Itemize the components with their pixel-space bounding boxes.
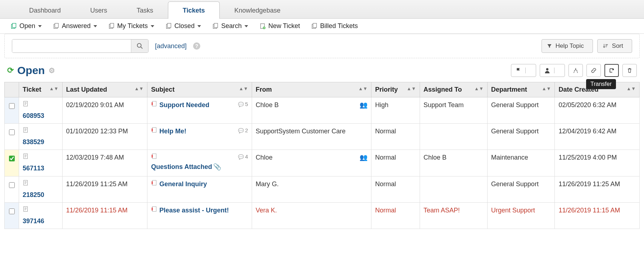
ticket-number-link[interactable]: 838529 — [23, 136, 59, 147]
link-button[interactable] — [586, 64, 601, 77]
cell-updated: 01/10/2020 12:33 PM — [62, 124, 147, 150]
collaborators-icon: 👥 — [360, 153, 367, 162]
user-icon — [544, 68, 550, 73]
merge-button[interactable] — [568, 64, 583, 77]
subnav-my-tickets-label: My Tickets — [117, 22, 148, 30]
subject-link[interactable]: Questions Attached — [151, 163, 212, 170]
merge-icon — [573, 68, 579, 73]
cell-from: Chloe B👥 — [252, 97, 371, 124]
bulk-actions: Transfer — [511, 64, 637, 77]
table-row[interactable]: 39714611/26/2019 11:15 AM Please assist … — [5, 202, 640, 229]
row-checkbox[interactable] — [9, 129, 15, 135]
cell-assigned — [420, 176, 487, 202]
col-department[interactable]: Department▲▼ — [487, 82, 555, 97]
help-topic-filter[interactable]: Help Topic — [542, 39, 593, 53]
subnav-new-ticket[interactable]: New Ticket — [260, 22, 300, 30]
page-title: ⟳ Open ⚙ — [7, 64, 55, 77]
cell-from: SupportSystem Customer Care — [252, 124, 371, 150]
subject-link[interactable]: Please assist - Urgent! — [157, 207, 229, 214]
primary-nav: Dashboard Users Tasks Tickets Knowledgeb… — [0, 0, 644, 19]
page-title-text: Open — [17, 64, 45, 77]
search-button[interactable] — [131, 40, 148, 52]
trash-icon — [627, 68, 632, 73]
subnav-answered-label: Answered — [62, 22, 91, 30]
svg-rect-28 — [152, 129, 153, 132]
link-icon — [591, 68, 597, 73]
ticket-number-link[interactable]: 218250 — [23, 189, 59, 199]
subnav-closed[interactable]: Closed — [166, 22, 201, 30]
subnav-billed[interactable]: Billed Tickets — [311, 22, 358, 30]
ticket-icon — [23, 153, 29, 162]
subject-link[interactable]: General Inquiry — [157, 180, 207, 188]
col-last-updated[interactable]: Last Updated▲▼ — [62, 82, 147, 97]
svg-rect-7 — [168, 23, 171, 27]
svg-rect-22 — [152, 102, 153, 105]
sort-dropdown[interactable]: Sort — [597, 39, 632, 53]
subject-link[interactable]: Help Me! — [157, 128, 186, 135]
ticket-number-link[interactable]: 608953 — [23, 110, 59, 120]
svg-rect-5 — [110, 23, 114, 27]
subject-link[interactable]: Support Needed — [157, 101, 209, 109]
help-topic-label: Help Topic — [556, 42, 584, 50]
col-subject[interactable]: Subject▲▼ — [147, 82, 252, 97]
col-ticket[interactable]: Ticket▲▼ — [19, 82, 63, 97]
list-header: ⟳ Open ⚙ Transfer — [0, 58, 644, 81]
row-checkbox[interactable] — [9, 208, 15, 214]
subnav-closed-label: Closed — [174, 22, 195, 30]
subnav-search[interactable]: Search — [213, 22, 248, 30]
filter-bar: [advanced] ? Help Topic Sort — [4, 34, 640, 58]
table-row[interactable]: 21825011/26/2019 11:25 AM General Inquir… — [5, 176, 640, 202]
subnav-open[interactable]: Open — [11, 22, 42, 30]
col-priority[interactable]: Priority▲▼ — [371, 82, 420, 97]
attachment-icon: 📎 — [213, 163, 221, 170]
sort-icon: ▲▼ — [239, 86, 248, 91]
col-from[interactable]: From▲▼ — [252, 82, 371, 97]
thread-count: 5 — [238, 100, 248, 108]
tab-knowledgebase[interactable]: Knowledgebase — [220, 1, 295, 19]
row-checkbox[interactable] — [9, 156, 15, 161]
assign-button[interactable] — [540, 64, 565, 77]
svg-rect-13 — [313, 23, 317, 27]
tab-tasks[interactable]: Tasks — [122, 1, 168, 19]
table-row[interactable]: 83852901/10/2020 12:33 PM2 Help Me!Suppo… — [5, 124, 640, 150]
svg-rect-34 — [152, 155, 153, 158]
col-assigned[interactable]: Assigned To▲▼ — [420, 82, 487, 97]
sort-icon: ▲▼ — [407, 86, 416, 91]
advanced-search-link[interactable]: [advanced] — [155, 42, 187, 50]
priority-icon — [151, 153, 157, 162]
gear-icon[interactable]: ⚙ — [49, 66, 55, 75]
cell-priority: High — [371, 97, 420, 124]
flag-button[interactable] — [511, 64, 536, 77]
search-input[interactable] — [12, 40, 131, 52]
tab-dashboard[interactable]: Dashboard — [14, 1, 76, 19]
refresh-icon[interactable]: ⟳ — [7, 66, 14, 75]
cell-assigned: Support Team — [420, 97, 487, 124]
cell-dept: General Support — [487, 124, 555, 150]
table-row[interactable]: 56711312/03/2019 7:48 AM4 Questions Atta… — [5, 150, 640, 176]
cell-assigned: Team ASAP! — [420, 202, 487, 229]
subnav-my-tickets[interactable]: My Tickets — [109, 22, 154, 30]
cell-priority: Normal — [371, 202, 420, 229]
delete-button[interactable] — [622, 64, 637, 77]
ticket-icon — [23, 100, 29, 110]
svg-rect-39 — [152, 180, 156, 185]
documents-icon — [311, 23, 318, 29]
chevron-down-icon — [38, 25, 42, 27]
subnav-answered[interactable]: Answered — [53, 22, 97, 30]
row-checkbox[interactable] — [9, 182, 15, 188]
tab-users[interactable]: Users — [76, 1, 122, 19]
table-row[interactable]: 60895302/19/2020 9:01 AM5 Support Needed… — [5, 97, 640, 124]
help-icon[interactable]: ? — [193, 42, 200, 50]
sort-icon: ▲▼ — [542, 86, 551, 91]
ticket-number-link[interactable]: 567113 — [23, 162, 59, 173]
priority-icon — [151, 127, 157, 136]
cell-subject: 2 Help Me! — [147, 124, 252, 150]
tab-tickets[interactable]: Tickets — [168, 1, 220, 19]
ticket-number-link[interactable]: 397146 — [23, 215, 59, 226]
sort-icon: ▲▼ — [49, 86, 59, 91]
documents-icon — [53, 23, 60, 29]
cell-created: 11/26/2019 11:15 AM — [555, 202, 640, 229]
transfer-button[interactable] — [604, 64, 619, 77]
row-checkbox[interactable] — [9, 103, 15, 109]
chevron-down-icon — [197, 25, 201, 27]
